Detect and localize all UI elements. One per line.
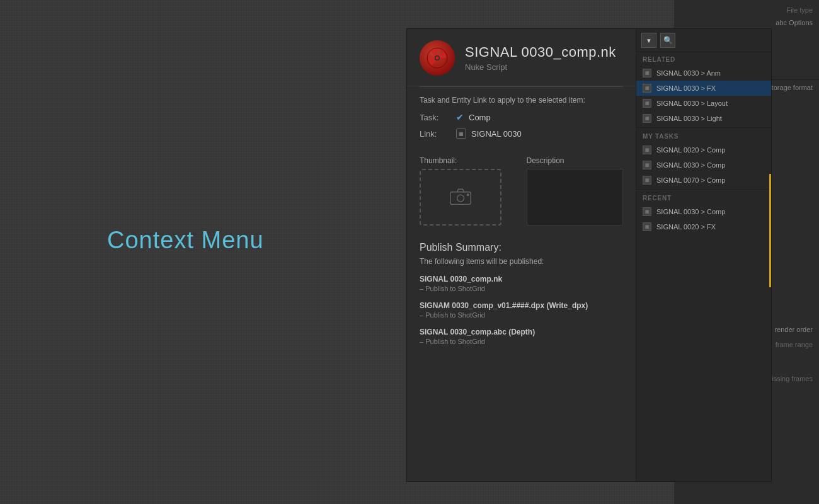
dialog-header: SIGNAL 0030_comp.nk Nuke Script — [407, 29, 636, 86]
item-icon-0070: ▦ — [643, 176, 651, 185]
task-value: ✔ Comp — [456, 112, 491, 122]
description-label: Description — [527, 156, 624, 165]
task-label: Task: — [420, 113, 449, 122]
recent-header: RECENT — [636, 191, 771, 204]
item-icon-anm: ▦ — [643, 69, 651, 77]
recent-item-0020[interactable]: ▦ SIGNAL 0020 > FX — [636, 219, 771, 234]
my-tasks-header: MY TASKS — [636, 129, 771, 142]
publish-item-1-sub: – Publish to ShotGrid — [420, 285, 623, 292]
publish-item-3: SIGNAL 0030_comp.abc (Depth) – Publish t… — [420, 328, 623, 345]
task-text: Comp — [469, 113, 491, 122]
section-title: Task and Entity Link to apply to the sel… — [420, 96, 623, 105]
svg-point-4 — [457, 195, 464, 202]
section-divider-2 — [636, 189, 771, 190]
recent-item-0030[interactable]: ▦ SIGNAL 0030 > Comp — [636, 204, 771, 219]
camera-icon — [449, 187, 472, 207]
thumbnail-box[interactable] — [420, 169, 501, 226]
main-dialog: SIGNAL 0030_comp.nk Nuke Script Task and… — [406, 28, 772, 482]
publish-item-2-sub: – Publish to ShotGrid — [420, 311, 623, 319]
link-icon: ▦ — [456, 129, 466, 139]
publish-item-3-name: SIGNAL 0030_comp.abc (Depth) — [420, 328, 623, 336]
svg-point-5 — [467, 194, 469, 196]
publish-item-3-sub: – Publish to ShotGrid — [420, 338, 623, 345]
search-button[interactable]: 🔍 — [660, 33, 675, 48]
related-item-light[interactable]: ▦ SIGNAL 0030 > Light — [636, 111, 771, 126]
description-area: Description — [527, 156, 624, 226]
related-item-fx-text: SIGNAL 0030 > FX — [656, 84, 716, 92]
related-item-layout-text: SIGNAL 0030 > Layout — [656, 100, 728, 107]
my-task-0030-text: SIGNAL 0030 > Comp — [656, 161, 725, 169]
check-icon: ✔ — [456, 112, 464, 122]
link-text: SIGNAL 0030 — [471, 129, 522, 139]
context-menu-label: Context Menu — [107, 227, 264, 254]
dialog-subtitle: Nuke Script — [465, 62, 616, 72]
task-row: Task: ✔ Comp — [420, 112, 623, 122]
search-row: ▼ 🔍 — [636, 29, 771, 52]
my-task-item-0020[interactable]: ▦ SIGNAL 0020 > Comp — [636, 142, 771, 158]
link-row: Link: ▦ SIGNAL 0030 — [420, 129, 623, 139]
thumbnail-label: Thumbnail: — [420, 156, 517, 165]
thumbnail-area: Thumbnail: — [420, 156, 517, 226]
item-icon-fx: ▦ — [643, 84, 651, 93]
publish-item-2: SIGNAM 0030_comp_v01.####.dpx (Write_dpx… — [420, 301, 623, 319]
my-task-0070-text: SIGNAL 0070 > Comp — [656, 176, 725, 184]
related-item-light-text: SIGNAL 0030 > Light — [656, 115, 722, 122]
task-section: Task and Entity Link to apply to the sel… — [407, 87, 636, 154]
my-task-item-0030[interactable]: ▦ SIGNAL 0030 > Comp — [636, 158, 771, 173]
file-type-label: File type — [674, 0, 819, 16]
recent-0020-text: SIGNAL 0020 > FX — [656, 223, 716, 231]
item-icon-light: ▦ — [643, 114, 651, 123]
my-task-0020-text: SIGNAL 0020 > Comp — [656, 146, 725, 154]
section-divider-1 — [636, 127, 771, 128]
nuke-icon — [420, 40, 455, 76]
link-value: ▦ SIGNAL 0030 — [456, 129, 522, 139]
item-icon-layout: ▦ — [643, 99, 651, 108]
publish-summary-title: Publish Summary: — [420, 242, 623, 253]
dropdown-panel: ▼ 🔍 RELATED ▦ SIGNAL 0030 > Anm ▦ SIGNAL… — [636, 29, 771, 481]
related-item-fx[interactable]: ▦ SIGNAL 0030 > FX — [636, 81, 771, 96]
publish-section: Publish Summary: The following items wil… — [407, 234, 636, 481]
publish-subtitle: The following items will be published: — [420, 257, 623, 266]
item-icon-0020: ▦ — [643, 146, 651, 154]
media-section: Thumbnail: Description — [407, 154, 636, 234]
item-icon-recent-0020: ▦ — [643, 222, 651, 231]
link-label: Link: — [420, 129, 449, 139]
dialog-content: SIGNAL 0030_comp.nk Nuke Script Task and… — [407, 29, 636, 481]
publish-item-1: SIGNAL 0030_comp.nk – Publish to ShotGri… — [420, 275, 623, 292]
related-item-anm[interactable]: ▦ SIGNAL 0030 > Anm — [636, 66, 771, 81]
publish-item-2-name: SIGNAM 0030_comp_v01.####.dpx (Write_dpx… — [420, 301, 623, 310]
related-header: RELATED — [636, 52, 771, 66]
dropdown-arrow-btn[interactable]: ▼ — [641, 33, 656, 48]
abc-options-label[interactable]: abc Options — [674, 16, 819, 29]
my-task-item-0070[interactable]: ▦ SIGNAL 0070 > Comp — [636, 173, 771, 188]
description-input[interactable] — [527, 169, 624, 226]
related-item-layout[interactable]: ▦ SIGNAL 0030 > Layout — [636, 96, 771, 111]
item-icon-0030: ▦ — [643, 161, 651, 169]
item-icon-recent-0030: ▦ — [643, 207, 651, 216]
recent-0030-text: SIGNAL 0030 > Comp — [656, 208, 725, 215]
related-item-anm-text: SIGNAL 0030 > Anm — [656, 69, 721, 77]
publish-item-1-name: SIGNAL 0030_comp.nk — [420, 275, 623, 284]
yellow-bar — [769, 174, 771, 287]
dialog-title-block: SIGNAL 0030_comp.nk Nuke Script — [465, 44, 616, 72]
svg-point-2 — [436, 57, 439, 60]
dialog-title: SIGNAL 0030_comp.nk — [465, 44, 616, 60]
